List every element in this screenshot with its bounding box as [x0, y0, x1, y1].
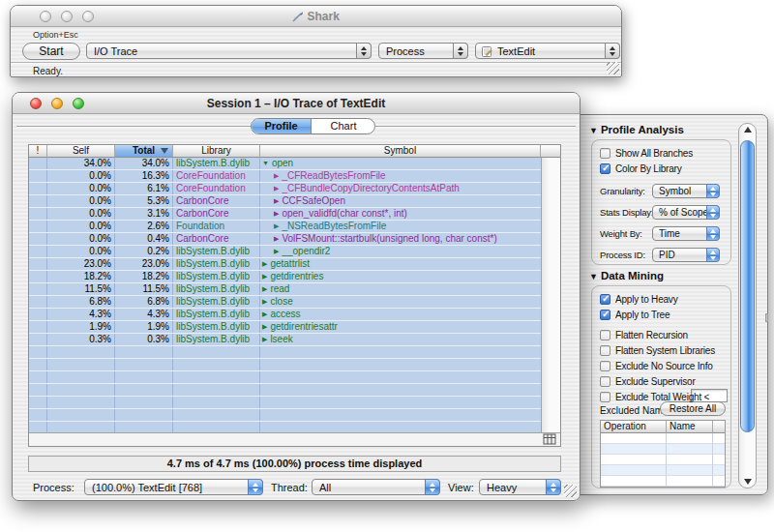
disclosure-right-icon[interactable]: ▶	[262, 296, 267, 308]
profile-analysis-header[interactable]: ▼Profile Analysis	[589, 124, 684, 135]
start-shortcut-hint: Option+Esc	[33, 30, 78, 40]
disclosure-right-icon[interactable]: ▶	[274, 246, 279, 257]
disclosure-down-icon[interactable]: ▼	[589, 272, 598, 281]
column-header-exclamation[interactable]: !	[29, 145, 47, 158]
disclosure-right-icon[interactable]: ▶	[274, 183, 279, 194]
disclosure-right-icon[interactable]: ▶	[274, 233, 279, 245]
excluded-cell-name	[667, 476, 713, 487]
table-row[interactable]: 34.0%34.0%libSystem.B.dylib▼open	[29, 158, 543, 170]
checkbox-flatten-recursion[interactable]: Flatten Recursion	[600, 329, 688, 341]
checkbox-apply-to-tree[interactable]: Apply to Tree	[600, 309, 670, 321]
cell-library: libSystem.B.dylib	[173, 283, 260, 295]
drawer-resize-dimple[interactable]	[765, 313, 768, 322]
checkbox-apply-to-heavy[interactable]: Apply to Heavy	[600, 293, 677, 306]
disclosure-down-icon[interactable]: ▼	[262, 158, 269, 169]
drawer-scrollbar-thumb[interactable]	[740, 140, 755, 432]
excluded-cell-operation	[601, 465, 667, 476]
checkbox-checked-icon[interactable]	[600, 310, 610, 320]
checkbox-unchecked-icon[interactable]	[600, 148, 610, 159]
column-header-symbol[interactable]: Symbol	[260, 145, 541, 158]
shark-titlebar[interactable]: Shark	[11, 6, 621, 27]
checkbox-exclude-supervisor[interactable]: Exclude Supervisor	[600, 375, 696, 388]
table-row[interactable]: 0.0%5.3%CarbonCore▶CCFSafeOpen	[29, 195, 543, 208]
shark-resize-grip[interactable]	[607, 62, 619, 74]
checkbox-checked-icon[interactable]	[600, 163, 610, 174]
table-row[interactable]: 0.3%0.3%libSystem.B.dylib▶lseek	[29, 334, 543, 346]
disclosure-right-icon[interactable]: ▶	[274, 195, 279, 207]
disclosure-right-icon[interactable]: ▶	[274, 221, 279, 232]
thread-select[interactable]: All	[312, 479, 440, 495]
disclosure-right-icon[interactable]: ▶	[262, 309, 267, 320]
restore-all-button[interactable]: Restore All	[660, 401, 726, 416]
popup-granularity-[interactable]: Symbol	[652, 184, 720, 198]
checkbox-checked-icon[interactable]	[600, 294, 610, 305]
profile-table-header: ! Self Total Library Symbol	[29, 145, 560, 158]
cell-exclamation	[29, 371, 47, 383]
table-row[interactable]: 0.0%2.6%Foundation▶_NSReadBytesFromFile	[29, 221, 543, 233]
disclosure-right-icon[interactable]: ▶	[262, 271, 267, 282]
table-vertical-scrollbar[interactable]	[541, 158, 560, 432]
cell-self: 4.3%	[47, 309, 115, 320]
checkbox-unchecked-icon[interactable]	[600, 361, 610, 371]
checkbox-unchecked-icon[interactable]	[600, 345, 610, 356]
scroll-up-icon[interactable]	[739, 127, 756, 133]
checkbox-unchecked-icon[interactable]	[600, 376, 610, 387]
column-header-total[interactable]: Total	[115, 145, 173, 158]
disclosure-down-icon[interactable]: ▼	[589, 126, 598, 135]
disclosure-right-icon[interactable]: ▶	[262, 334, 267, 345]
start-button[interactable]: Start	[22, 43, 80, 60]
column-header-self[interactable]: Self	[47, 145, 115, 158]
table-row[interactable]: 6.8%6.8%libSystem.B.dylib▶close	[29, 296, 543, 309]
checkbox-unchecked-icon[interactable]	[600, 330, 610, 340]
cell-exclamation	[29, 309, 47, 320]
symbol-label: _CFReadBytesFromFile	[282, 170, 385, 182]
checkbox-exclude-no-source-info[interactable]: Exclude No Source Info	[600, 360, 713, 372]
cell-self: 6.8%	[47, 296, 115, 308]
cell-symbol: ▶VolFSMount::startbulk(unsigned long, ch…	[260, 233, 543, 245]
cell-exclamation	[29, 158, 47, 169]
session-titlebar[interactable]: Session 1 – I/O Trace of TextEdit	[13, 93, 580, 114]
checkbox-flatten-system-libraries[interactable]: Flatten System Libraries	[600, 344, 715, 357]
table-row[interactable]: 0.0%6.1%CoreFoundation▶_CFBundleCopyDire…	[29, 183, 543, 195]
checkbox-show-all-branches[interactable]: Show All Branches	[600, 147, 693, 160]
scroll-down-icon[interactable]	[739, 479, 756, 485]
checkbox-exclude-total-weight-[interactable]: Exclude Total Weight <	[600, 391, 709, 403]
tab-profile[interactable]: Profile	[252, 119, 312, 133]
table-row[interactable]: 0.0%3.1%CarbonCore▶open_validfd(char con…	[29, 208, 543, 221]
target-select[interactable]: TextEdit	[475, 43, 620, 59]
table-row[interactable]: 18.2%18.2%libSystem.B.dylib▶getdirentrie…	[29, 271, 543, 283]
table-row[interactable]: 0.0%16.3%CoreFoundation▶_CFReadBytesFrom…	[29, 170, 543, 183]
column-header-name[interactable]: Name	[667, 421, 713, 433]
table-row[interactable]: 0.0%0.2%libSystem.B.dylib▶__opendir2	[29, 246, 543, 258]
table-row[interactable]: 11.5%11.5%libSystem.B.dylib▶read	[29, 283, 543, 296]
data-mining-header[interactable]: ▼Data Mining	[589, 270, 664, 281]
table-columns-icon[interactable]	[543, 433, 556, 445]
table-row[interactable]: 0.0%0.4%CarbonCore▶VolFSMount::startbulk…	[29, 233, 543, 246]
table-horizontal-scrollbar[interactable]	[29, 432, 560, 446]
checkbox-unchecked-icon[interactable]	[600, 392, 610, 402]
column-header-library[interactable]: Library	[173, 145, 260, 158]
cell-exclamation	[29, 195, 47, 207]
view-select[interactable]: Heavy	[479, 479, 561, 495]
drawer-scrollbar[interactable]	[738, 123, 757, 488]
tab-chart[interactable]: Chart	[312, 119, 375, 133]
table-row[interactable]: 23.0%23.0%libSystem.B.dylib▶getattrlist	[29, 258, 543, 271]
disclosure-right-icon[interactable]: ▶	[274, 170, 279, 182]
disclosure-right-icon[interactable]: ▶	[262, 258, 267, 270]
checkbox-color-by-library[interactable]: Color By Library	[600, 163, 682, 175]
table-row[interactable]: 4.3%4.3%libSystem.B.dylib▶access	[29, 309, 543, 321]
disclosure-right-icon[interactable]: ▶	[262, 321, 267, 333]
popup-process-id-[interactable]: PID	[652, 248, 720, 262]
column-header-operation[interactable]: Operation	[601, 421, 667, 433]
session-resize-grip[interactable]	[564, 485, 577, 497]
disclosure-right-icon[interactable]: ▶	[262, 283, 267, 295]
checkbox-label: Exclude Supervisor	[615, 376, 696, 387]
cell-symbol: ▶_CFBundleCopyDirectoryContentsAtPath	[260, 183, 543, 194]
popup-stats-display-[interactable]: % of Scope	[652, 205, 720, 220]
target-type-select[interactable]: Process	[378, 43, 468, 59]
table-row[interactable]: 1.9%1.9%libSystem.B.dylib▶getdirentriesa…	[29, 321, 543, 334]
process-select[interactable]: (100.0%) TextEdit [768]	[84, 479, 263, 495]
config-select[interactable]: I/O Trace	[86, 43, 372, 59]
disclosure-right-icon[interactable]: ▶	[274, 208, 279, 220]
popup-weight-by-[interactable]: Time	[652, 226, 720, 241]
